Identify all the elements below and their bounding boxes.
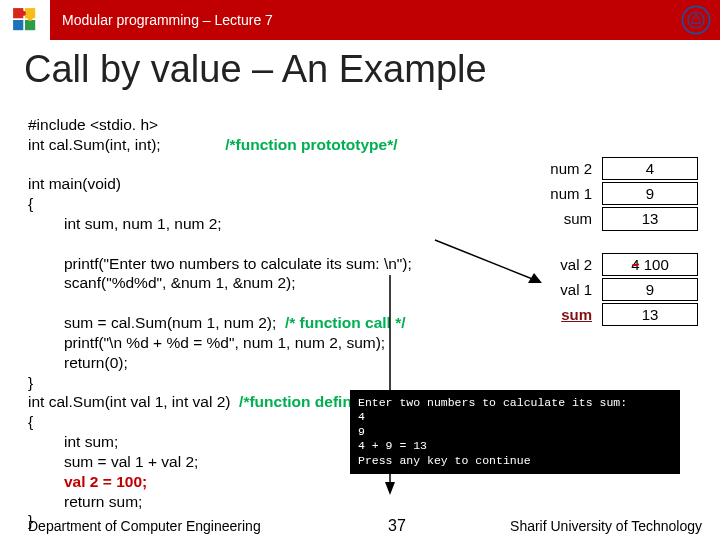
mem-row: val 1 9	[538, 278, 698, 301]
code-line: int sum;	[64, 433, 118, 450]
code-line: int sum, num 1, num 2;	[64, 215, 222, 232]
mem-label: sum	[538, 305, 602, 324]
svg-marker-8	[385, 482, 395, 495]
header-bar: Modular programming – Lecture 7	[0, 0, 720, 40]
code-line: {	[28, 413, 33, 430]
slide-title: Call by value – An Example	[24, 48, 720, 91]
code-line: int main(void)	[28, 175, 121, 192]
code-line: return(0);	[64, 354, 128, 371]
mem-cell: 13	[602, 303, 698, 326]
svg-point-5	[28, 16, 33, 21]
mem-cell: 4	[602, 157, 698, 180]
mem-cell: 13	[602, 207, 698, 230]
mem-old-value: 4	[631, 256, 639, 273]
university-seal-icon	[680, 4, 712, 36]
puzzle-logo-icon	[8, 3, 42, 37]
code-line: printf("\n %d + %d = %d", num 1, num 2, …	[64, 334, 385, 351]
code-line: int cal.Sum(int val 1, int val 2)	[28, 393, 230, 410]
code-line: #include <stdio. h>	[28, 116, 158, 133]
code-line: sum = val 1 + val 2;	[64, 453, 198, 470]
mem-row: val 2 4 100	[538, 253, 698, 276]
mem-row: num 2 4	[538, 157, 698, 180]
memory-tables: num 2 4 num 1 9 sum 13 val 2 4 100 val 1…	[538, 157, 698, 328]
mem-row: sum 13	[538, 303, 698, 326]
code-line: return sum;	[64, 493, 142, 510]
footer-right: Sharif University of Technology	[510, 518, 702, 534]
mem-row: sum 13	[538, 207, 698, 230]
svg-rect-3	[25, 20, 35, 30]
footer-left: Department of Computer Engineering	[28, 518, 261, 534]
code-line: }	[28, 374, 33, 391]
code-line: int cal.Sum(int, int);	[28, 136, 161, 153]
code-comment: /*function protototype*/	[225, 136, 397, 153]
mem-label: sum	[538, 209, 602, 228]
code-line: {	[28, 195, 33, 212]
svg-rect-2	[13, 20, 23, 30]
mem-label: num 1	[538, 184, 602, 203]
code-line: sum = cal.Sum(num 1, num 2);	[64, 314, 276, 331]
course-title: Modular programming – Lecture 7	[62, 12, 273, 28]
page-number: 37	[388, 517, 406, 535]
logo-box	[0, 0, 50, 40]
svg-point-6	[682, 6, 709, 33]
code-line-highlight: val 2 = 100;	[64, 473, 147, 490]
console-output: Enter two numbers to calculate its sum: …	[350, 390, 680, 474]
svg-point-4	[21, 11, 26, 16]
footer: Department of Computer Engineering 37 Sh…	[28, 518, 702, 534]
mem-label: num 2	[538, 159, 602, 178]
code-line: scanf("%d%d", &num 1, &num 2);	[64, 274, 296, 291]
mem-cell: 9	[602, 182, 698, 205]
mem-row: num 1 9	[538, 182, 698, 205]
mem-new-value: 100	[644, 256, 669, 273]
mem-cell: 4 100	[602, 253, 698, 276]
arrow-icon	[430, 235, 550, 295]
mem-cell: 9	[602, 278, 698, 301]
code-line: printf("Enter two numbers to calculate i…	[64, 255, 412, 272]
